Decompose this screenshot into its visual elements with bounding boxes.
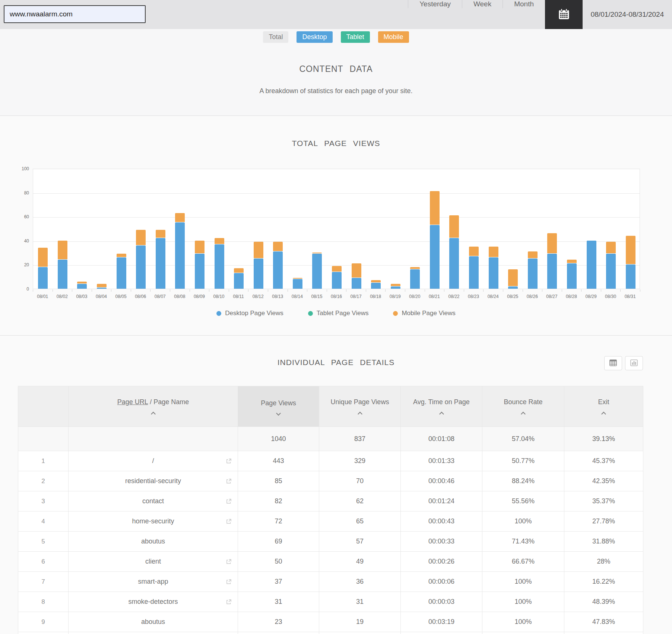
bar-08-09-mobile[interactable] — [195, 241, 205, 254]
bar-08-12-desktop[interactable] — [254, 259, 263, 289]
bar-08-26-desktop[interactable] — [528, 259, 538, 289]
bar-08-23-desktop[interactable] — [469, 256, 479, 289]
filter-button-desktop[interactable]: Desktop — [297, 31, 332, 43]
bar-08-16-mobile[interactable] — [332, 266, 342, 272]
bar-08-09-desktop[interactable] — [195, 254, 205, 289]
bar-08-02-mobile[interactable] — [58, 241, 67, 260]
bar-08-12-mobile[interactable] — [254, 242, 263, 258]
bar-08-22-desktop[interactable] — [449, 238, 459, 289]
bar-08-08-desktop[interactable] — [175, 222, 185, 289]
bar-08-16-desktop[interactable] — [332, 272, 342, 289]
bar-08-28-mobile[interactable] — [567, 260, 577, 263]
bar-08-27-desktop[interactable] — [547, 254, 557, 289]
bar-08-11-mobile[interactable] — [234, 268, 244, 273]
bar-08-06-desktop[interactable] — [136, 245, 146, 289]
column-header-exit[interactable]: Exit — [564, 386, 643, 427]
range-button-yesterday[interactable]: Yesterday — [408, 0, 462, 8]
calendar-button[interactable] — [545, 0, 583, 29]
bar-08-27-mobile[interactable] — [547, 233, 557, 253]
bar-08-20-mobile[interactable] — [410, 267, 420, 269]
bar-08-24-desktop[interactable] — [489, 257, 498, 289]
external-link-icon[interactable] — [226, 559, 232, 565]
bar-08-25-desktop[interactable] — [508, 286, 518, 289]
site-url-input[interactable] — [4, 5, 146, 23]
page-name-cell[interactable]: aboutus — [69, 612, 238, 632]
bar-08-30-mobile[interactable] — [606, 242, 616, 253]
filter-button-total[interactable]: Total — [263, 31, 288, 43]
bar-08-07-desktop[interactable] — [156, 238, 165, 289]
bar-08-19-mobile[interactable] — [391, 284, 400, 286]
legend-item-desktop[interactable]: Desktop Page Views — [216, 310, 283, 317]
bar-08-19-desktop[interactable] — [391, 286, 400, 289]
range-button-week[interactable]: Week — [462, 0, 503, 8]
bar-08-13-desktop[interactable] — [273, 251, 283, 289]
column-header-unique-page-views[interactable]: Unique Page Views — [319, 386, 401, 427]
bar-08-15-mobile[interactable] — [312, 253, 322, 253]
column-header-page-views[interactable]: Page Views — [238, 386, 319, 427]
chart-view-button[interactable] — [625, 356, 643, 370]
page-name-cell[interactable]: home-security — [69, 511, 238, 532]
empty-cell — [238, 632, 319, 634]
bar-08-25-mobile[interactable] — [508, 269, 518, 286]
bar-08-03-mobile[interactable] — [77, 282, 87, 283]
bar-08-10-mobile[interactable] — [215, 238, 224, 244]
external-link-icon[interactable] — [226, 599, 232, 605]
bar-08-06-mobile[interactable] — [136, 230, 146, 245]
filter-button-tablet[interactable]: Tablet — [341, 31, 370, 43]
bar-08-07-mobile[interactable] — [156, 230, 165, 238]
bar-08-22-mobile[interactable] — [449, 215, 459, 238]
bar-08-02-desktop[interactable] — [58, 260, 67, 289]
bar-08-17-mobile[interactable] — [352, 263, 361, 278]
column-header-page-url[interactable]: Page URL / Page Name — [69, 386, 238, 427]
bar-08-11-desktop[interactable] — [234, 273, 244, 289]
bar-08-31-desktop[interactable] — [626, 264, 635, 289]
bar-08-24-mobile[interactable] — [489, 247, 498, 257]
external-link-icon[interactable] — [226, 579, 232, 585]
range-button-month[interactable]: Month — [503, 0, 545, 8]
bar-08-03-desktop[interactable] — [77, 284, 87, 289]
bar-08-26-mobile[interactable] — [528, 251, 538, 258]
bar-08-14-mobile[interactable] — [293, 278, 302, 279]
bar-08-28-desktop[interactable] — [567, 263, 577, 289]
bar-08-18-mobile[interactable] — [371, 280, 381, 282]
bar-08-20-desktop[interactable] — [410, 269, 420, 289]
bar-08-15-desktop[interactable] — [312, 254, 322, 289]
table-view-button[interactable] — [604, 356, 622, 370]
bar-08-21-desktop[interactable] — [430, 225, 440, 289]
bar-08-21-mobile[interactable] — [430, 191, 440, 224]
bar-08-05-mobile[interactable] — [117, 254, 126, 257]
page-name-cell[interactable]: smoke-detectors — [69, 592, 238, 612]
bar-08-14-desktop[interactable] — [293, 279, 302, 289]
bar-08-31-mobile[interactable] — [626, 236, 635, 264]
legend-item-tablet[interactable]: Tablet Page Views — [308, 310, 369, 317]
bar-08-30-desktop[interactable] — [606, 254, 616, 289]
page-name-cell[interactable]: / — [69, 451, 238, 471]
column-header-avg-time-on-page[interactable]: Avg. Time on Page — [401, 386, 482, 427]
bar-08-10-desktop[interactable] — [215, 244, 224, 289]
page-name-cell[interactable]: client — [69, 552, 238, 572]
bar-08-01-desktop[interactable] — [38, 267, 48, 289]
bar-08-05-desktop[interactable] — [117, 257, 126, 289]
bar-08-04-desktop[interactable] — [97, 288, 107, 289]
external-link-icon[interactable] — [226, 519, 232, 524]
x-axis-label: 08/10 — [209, 294, 229, 299]
external-link-icon[interactable] — [226, 478, 232, 484]
bar-08-08-mobile[interactable] — [175, 213, 185, 222]
bar-08-01-mobile[interactable] — [38, 248, 48, 267]
bar-08-17-desktop[interactable] — [352, 278, 361, 289]
bar-08-18-desktop[interactable] — [371, 283, 381, 289]
filter-button-mobile[interactable]: Mobile — [378, 31, 409, 43]
page-name-cell[interactable]: smart-app — [69, 572, 238, 592]
page-name-cell[interactable]: aboutus — [69, 532, 238, 552]
legend-item-mobile[interactable]: Mobile Page Views — [393, 310, 455, 317]
external-link-icon[interactable] — [226, 498, 232, 504]
bar-08-13-mobile[interactable] — [273, 242, 283, 251]
column-header-bounce-rate[interactable]: Bounce Rate — [482, 386, 564, 427]
page-url-sort-link[interactable]: Page URL — [117, 398, 148, 406]
external-link-icon[interactable] — [226, 458, 232, 464]
bar-08-04-mobile[interactable] — [97, 284, 107, 287]
bar-08-23-mobile[interactable] — [469, 247, 479, 256]
bar-08-29-desktop[interactable] — [587, 241, 596, 289]
page-name-cell[interactable]: residential-security — [69, 471, 238, 491]
page-name-cell[interactable]: contact — [69, 491, 238, 511]
